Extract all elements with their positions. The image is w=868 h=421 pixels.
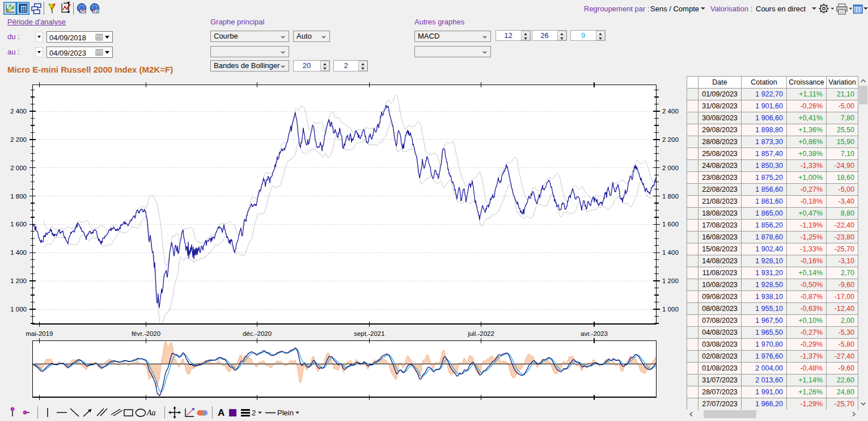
svg-text:1 000: 1 000 (662, 306, 679, 313)
svg-text:avr.-2023: avr.-2023 (581, 330, 608, 337)
svg-text:févr.-2020: févr.-2020 (132, 330, 160, 337)
svg-text:A: A (218, 407, 225, 418)
svg-text:Plein: Plein (277, 409, 294, 417)
svg-text:juil.-2022: juil.-2022 (467, 330, 494, 337)
svg-text:déc.-2020: déc.-2020 (243, 330, 272, 337)
svg-text:1 400: 1 400 (662, 249, 679, 256)
svg-text:1 000: 1 000 (10, 306, 27, 313)
svg-text:sept.-2021: sept.-2021 (354, 330, 384, 337)
svg-text:1 800: 1 800 (662, 193, 679, 200)
svg-text:1 200: 1 200 (662, 277, 679, 284)
svg-text:Aa: Aa (146, 409, 156, 417)
svg-text:2 400: 2 400 (662, 108, 679, 115)
svg-text:1 600: 1 600 (10, 221, 27, 228)
svg-text:1 200: 1 200 (10, 277, 27, 284)
svg-text:2 000: 2 000 (10, 165, 27, 171)
svg-text:2: 2 (252, 409, 256, 417)
svg-text:mai-2019: mai-2019 (26, 330, 53, 337)
svg-text:1 800: 1 800 (10, 193, 27, 200)
svg-text:2 200: 2 200 (10, 136, 27, 143)
svg-text:2 000: 2 000 (662, 165, 679, 171)
svg-text:2 200: 2 200 (662, 136, 679, 143)
svg-text:1 400: 1 400 (10, 249, 27, 256)
svg-text:2 400: 2 400 (10, 108, 27, 115)
svg-text:1 600: 1 600 (662, 221, 679, 228)
